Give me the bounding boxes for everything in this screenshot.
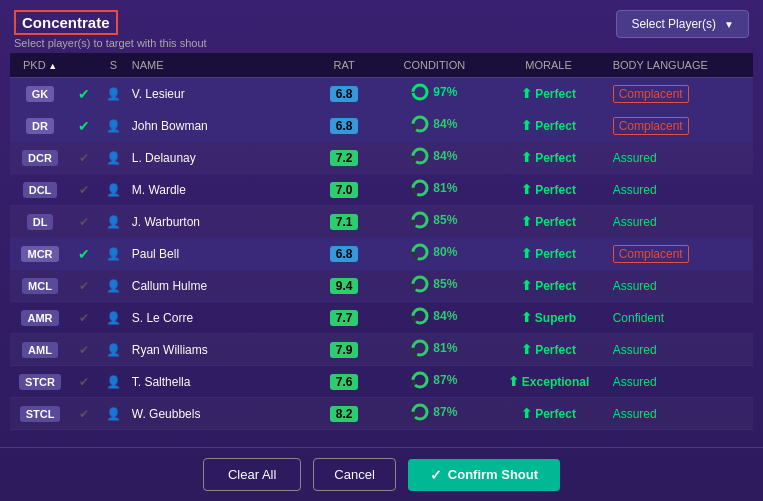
svg-point-1 [413, 85, 427, 99]
cell-rating: 7.0 [308, 174, 380, 206]
cell-rating: 7.2 [308, 142, 380, 174]
table-row[interactable]: MCL✔👤Callum Hulme9.4 85% ⬆ Perfect Assur… [10, 270, 753, 302]
cell-pkd: AMR [10, 302, 70, 334]
condition-ring: 80% [411, 243, 457, 261]
select-players-button[interactable]: Select Player(s) ▼ [616, 10, 749, 38]
cell-pkd: DL [10, 206, 70, 238]
cell-selected[interactable]: ✔ [70, 110, 99, 142]
cell-rating: 7.7 [308, 302, 380, 334]
cell-body-language: Assured [609, 174, 753, 206]
morale-text: Perfect [535, 279, 576, 293]
cell-selected[interactable]: ✔ [70, 398, 99, 430]
table-row[interactable]: DR✔👤John Bowman6.8 84% ⬆ Perfect Complac… [10, 110, 753, 142]
cell-rating: 8.2 [308, 398, 380, 430]
cell-pkd: MCR [10, 238, 70, 270]
cell-selected[interactable]: ✔ [70, 206, 99, 238]
header-left: Concentrate Select player(s) to target w… [14, 10, 207, 49]
cell-selected[interactable]: ✔ [70, 142, 99, 174]
selected-check-icon: ✔ [78, 246, 90, 262]
table-row[interactable]: AML✔👤Ryan Williams7.9 81% ⬆ Perfect Assu… [10, 334, 753, 366]
morale-text: Perfect [535, 247, 576, 261]
cell-s: 👤 [99, 398, 128, 430]
condition-percent: 84% [433, 309, 457, 323]
rating-badge: 6.8 [330, 246, 359, 262]
cell-name: S. Le Corre [128, 302, 308, 334]
col-morale: MORALE [488, 53, 608, 78]
clear-all-button[interactable]: Clear All [203, 458, 301, 491]
cell-selected[interactable]: ✔ [70, 334, 99, 366]
table-header-row: PKD S NAME RAT CONDITION MORALE BODY LAN… [10, 53, 753, 78]
col-condition: CONDITION [380, 53, 488, 78]
col-name: NAME [128, 53, 308, 78]
table-row[interactable]: MCR✔👤Paul Bell6.8 80% ⬆ Perfect Complace… [10, 238, 753, 270]
condition-percent: 84% [433, 117, 457, 131]
condition-percent: 81% [433, 341, 457, 355]
cell-s: 👤 [99, 142, 128, 174]
chevron-down-icon: ▼ [724, 19, 734, 30]
table-row[interactable]: DL✔👤J. Warburton7.1 85% ⬆ Perfect Assure… [10, 206, 753, 238]
unselected-check-icon: ✔ [79, 311, 89, 325]
cell-rating: 6.8 [308, 238, 380, 270]
body-language-value: Assured [613, 375, 657, 389]
position-badge: AMR [21, 310, 58, 326]
condition-percent: 84% [433, 149, 457, 163]
cell-selected[interactable]: ✔ [70, 174, 99, 206]
body-language-value: Assured [613, 151, 657, 165]
cell-rating: 7.9 [308, 334, 380, 366]
col-pkd[interactable]: PKD [10, 53, 70, 78]
rating-badge: 7.2 [330, 150, 359, 166]
morale-value: ⬆ Superb [521, 310, 576, 325]
table-row[interactable]: AMR✔👤S. Le Corre7.7 84% ⬆ Superb Confide… [10, 302, 753, 334]
table-row[interactable]: GK✔👤V. Lesieur6.8 97% ⬆ Perfect Complace… [10, 78, 753, 110]
table-row[interactable]: STCL✔👤W. Geubbels8.2 87% ⬆ Perfect Assur… [10, 398, 753, 430]
col-check [70, 53, 99, 78]
body-language-value: Confident [613, 311, 664, 325]
body-language-value: Complacent [613, 117, 689, 135]
cell-body-language: Assured [609, 398, 753, 430]
morale-icon: ⬆ [521, 214, 532, 229]
rating-badge: 9.4 [330, 278, 359, 294]
morale-value: ⬆ Perfect [521, 214, 576, 229]
cell-s: 👤 [99, 110, 128, 142]
unselected-check-icon: ✔ [79, 279, 89, 293]
checkmark-icon: ✓ [430, 467, 442, 483]
unselected-check-icon: ✔ [79, 343, 89, 357]
person-icon: 👤 [106, 279, 121, 293]
cell-morale: ⬆ Perfect [488, 142, 608, 174]
cell-morale: ⬆ Perfect [488, 174, 608, 206]
cell-rating: 7.6 [308, 366, 380, 398]
cell-rating: 6.8 [308, 110, 380, 142]
body-language-value: Assured [613, 407, 657, 421]
selected-check-icon: ✔ [78, 118, 90, 134]
unselected-check-icon: ✔ [79, 215, 89, 229]
table-row[interactable]: STCR✔👤T. Salthella7.6 87% ⬆ Exceptional … [10, 366, 753, 398]
person-icon: 👤 [106, 375, 121, 389]
morale-value: ⬆ Perfect [521, 118, 576, 133]
condition-ring: 84% [411, 147, 457, 165]
table-row[interactable]: DCR✔👤L. Delaunay7.2 84% ⬆ Perfect Assure… [10, 142, 753, 174]
cell-body-language: Confident [609, 302, 753, 334]
cell-selected[interactable]: ✔ [70, 302, 99, 334]
cell-selected[interactable]: ✔ [70, 270, 99, 302]
person-icon: 👤 [106, 407, 121, 421]
cell-selected[interactable]: ✔ [70, 366, 99, 398]
modal-title: Concentrate [14, 10, 118, 35]
cell-pkd: AML [10, 334, 70, 366]
body-language-value: Complacent [613, 245, 689, 263]
position-badge: GK [26, 86, 55, 102]
modal-container: Concentrate Select player(s) to target w… [0, 0, 763, 501]
morale-icon: ⬆ [521, 342, 532, 357]
condition-ring: 87% [411, 371, 457, 389]
morale-text: Perfect [535, 87, 576, 101]
confirm-shout-button[interactable]: ✓ Confirm Shout [408, 459, 560, 491]
cell-name: Paul Bell [128, 238, 308, 270]
condition-percent: 87% [433, 405, 457, 419]
cell-selected[interactable]: ✔ [70, 78, 99, 110]
selected-check-icon: ✔ [78, 86, 90, 102]
table-row[interactable]: DCL✔👤M. Wardle7.0 81% ⬆ Perfect Assured [10, 174, 753, 206]
confirm-shout-label: Confirm Shout [448, 467, 538, 482]
cell-selected[interactable]: ✔ [70, 238, 99, 270]
cell-name: J. Warburton [128, 206, 308, 238]
cancel-button[interactable]: Cancel [313, 458, 395, 491]
cell-body-language: Assured [609, 334, 753, 366]
